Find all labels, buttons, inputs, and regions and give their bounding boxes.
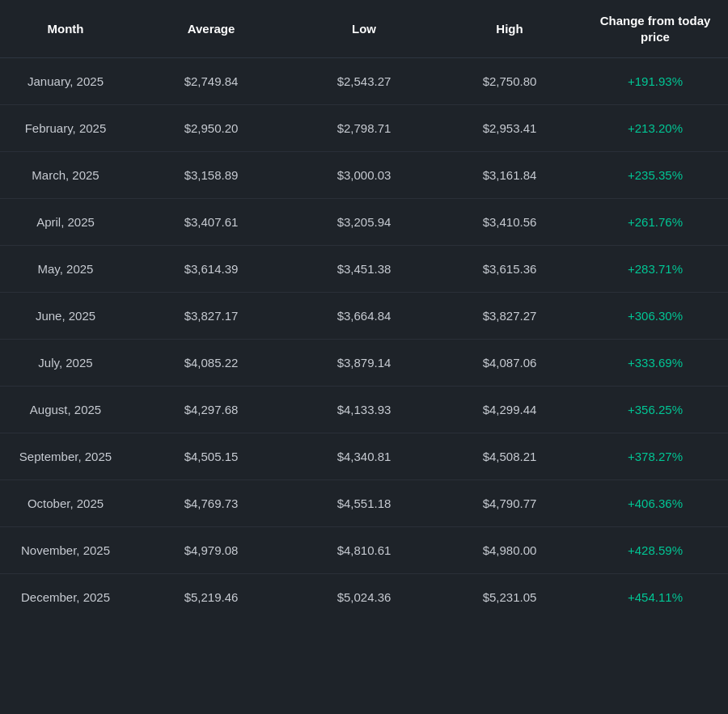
table-row: October, 2025$4,769.73$4,551.18$4,790.77… [0, 480, 728, 527]
cell-average: $5,219.46 [131, 574, 291, 621]
cell-change: +306.30% [582, 293, 728, 340]
cell-month: November, 2025 [0, 527, 131, 574]
cell-average: $4,769.73 [131, 480, 291, 527]
header-high: High [437, 0, 582, 58]
cell-change: +213.20% [582, 105, 728, 152]
cell-month: April, 2025 [0, 199, 131, 246]
cell-high: $3,615.36 [437, 246, 582, 293]
cell-high: $4,980.00 [437, 527, 582, 574]
table-row: June, 2025$3,827.17$3,664.84$3,827.27+30… [0, 293, 728, 340]
cell-high: $3,827.27 [437, 293, 582, 340]
cell-low: $2,543.27 [291, 58, 437, 105]
table-header-row: Month Average Low High Change from today… [0, 0, 728, 58]
cell-month: December, 2025 [0, 574, 131, 621]
cell-month: January, 2025 [0, 58, 131, 105]
header-average: Average [131, 0, 291, 58]
cell-month: June, 2025 [0, 293, 131, 340]
cell-change: +454.11% [582, 574, 728, 621]
cell-average: $2,950.20 [131, 105, 291, 152]
cell-change: +191.93% [582, 58, 728, 105]
cell-low: $5,024.36 [291, 574, 437, 621]
cell-change: +406.36% [582, 480, 728, 527]
header-low: Low [291, 0, 437, 58]
cell-average: $4,085.22 [131, 340, 291, 387]
table-row: May, 2025$3,614.39$3,451.38$3,615.36+283… [0, 246, 728, 293]
header-month: Month [0, 0, 131, 58]
cell-high: $3,410.56 [437, 199, 582, 246]
cell-average: $4,505.15 [131, 433, 291, 480]
cell-change: +333.69% [582, 340, 728, 387]
cell-low: $4,551.18 [291, 480, 437, 527]
table-row: January, 2025$2,749.84$2,543.27$2,750.80… [0, 58, 728, 105]
cell-low: $4,810.61 [291, 527, 437, 574]
cell-low: $3,664.84 [291, 293, 437, 340]
cell-low: $2,798.71 [291, 105, 437, 152]
cell-change: +356.25% [582, 387, 728, 433]
cell-low: $3,000.03 [291, 152, 437, 199]
cell-change: +261.76% [582, 199, 728, 246]
table-row: November, 2025$4,979.08$4,810.61$4,980.0… [0, 527, 728, 574]
cell-month: September, 2025 [0, 433, 131, 480]
table-row: December, 2025$5,219.46$5,024.36$5,231.0… [0, 574, 728, 621]
cell-high: $4,790.77 [437, 480, 582, 527]
cell-month: July, 2025 [0, 340, 131, 387]
price-prediction-table: Month Average Low High Change from today… [0, 0, 728, 620]
cell-month: March, 2025 [0, 152, 131, 199]
cell-low: $3,879.14 [291, 340, 437, 387]
cell-average: $3,827.17 [131, 293, 291, 340]
cell-high: $2,750.80 [437, 58, 582, 105]
cell-average: $3,158.89 [131, 152, 291, 199]
cell-low: $3,451.38 [291, 246, 437, 293]
cell-high: $4,087.06 [437, 340, 582, 387]
cell-average: $2,749.84 [131, 58, 291, 105]
cell-average: $4,979.08 [131, 527, 291, 574]
cell-average: $3,614.39 [131, 246, 291, 293]
header-change: Change from today price [582, 0, 728, 58]
cell-month: May, 2025 [0, 246, 131, 293]
cell-low: $3,205.94 [291, 199, 437, 246]
cell-month: August, 2025 [0, 387, 131, 433]
table-row: September, 2025$4,505.15$4,340.81$4,508.… [0, 433, 728, 480]
cell-high: $4,508.21 [437, 433, 582, 480]
cell-change: +378.27% [582, 433, 728, 480]
table-row: April, 2025$3,407.61$3,205.94$3,410.56+2… [0, 199, 728, 246]
table-row: February, 2025$2,950.20$2,798.71$2,953.4… [0, 105, 728, 152]
table-row: July, 2025$4,085.22$3,879.14$4,087.06+33… [0, 340, 728, 387]
cell-average: $3,407.61 [131, 199, 291, 246]
cell-high: $2,953.41 [437, 105, 582, 152]
cell-month: February, 2025 [0, 105, 131, 152]
table-row: August, 2025$4,297.68$4,133.93$4,299.44+… [0, 387, 728, 433]
cell-month: October, 2025 [0, 480, 131, 527]
cell-change: +235.35% [582, 152, 728, 199]
cell-change: +428.59% [582, 527, 728, 574]
cell-high: $3,161.84 [437, 152, 582, 199]
table-row: March, 2025$3,158.89$3,000.03$3,161.84+2… [0, 152, 728, 199]
cell-low: $4,133.93 [291, 387, 437, 433]
table-body: January, 2025$2,749.84$2,543.27$2,750.80… [0, 58, 728, 621]
cell-low: $4,340.81 [291, 433, 437, 480]
cell-high: $4,299.44 [437, 387, 582, 433]
cell-high: $5,231.05 [437, 574, 582, 621]
cell-change: +283.71% [582, 246, 728, 293]
cell-average: $4,297.68 [131, 387, 291, 433]
